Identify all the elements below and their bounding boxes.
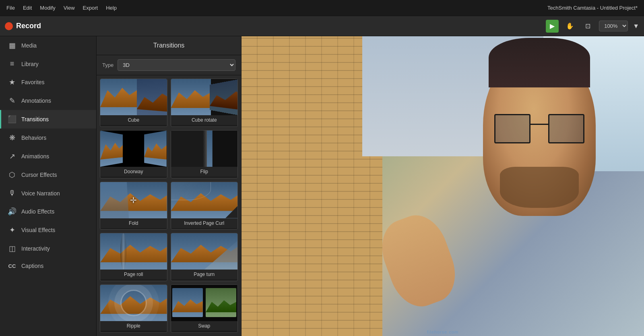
sidebar-label-behaviors: Behaviors — [21, 135, 46, 141]
transition-doorway[interactable]: Doorway — [100, 130, 167, 178]
transition-page-turn[interactable]: Page turn — [171, 233, 238, 281]
transition-cube-thumb — [100, 79, 167, 115]
annotations-icon: ✎ — [8, 96, 17, 105]
type-filter-select[interactable]: 3D 2D All — [118, 59, 235, 71]
sidebar-item-interactivity[interactable]: ◫ Interactivity — [0, 239, 96, 258]
transition-cube-rotate[interactable]: Cube rotate — [171, 79, 238, 127]
preview-video: o—o — [242, 36, 644, 336]
panel-title: Transitions — [97, 36, 241, 55]
person-face — [483, 51, 596, 216]
transition-fold-thumb: ✛ — [100, 182, 167, 218]
sidebar-item-animations[interactable]: ↗ Animations — [0, 147, 96, 166]
toolbar: Record ▶ ✋ ⊡ 100% ▼ — [0, 16, 644, 36]
zoom-dropdown-icon: ▼ — [633, 23, 639, 30]
transition-doorway-label: Doorway — [100, 167, 167, 176]
transition-ripple-thumb — [100, 285, 167, 321]
transitions-panel: Transitions Type 3D 2D All Cube — [97, 36, 242, 336]
cube-left — [100, 79, 137, 115]
crop-tool-button[interactable]: ⊡ — [581, 20, 594, 33]
captions-icon: CC — [8, 263, 17, 269]
sidebar-label-favorites: Favorites — [21, 79, 45, 85]
menu-export[interactable]: Export — [83, 5, 98, 11]
voice-narration-icon: 🎙 — [8, 189, 17, 197]
cursor-effects-icon: ⬡ — [8, 170, 17, 179]
sidebar-label-annotations: Annotations — [21, 97, 51, 104]
transition-doorway-thumb — [100, 131, 167, 167]
titlebar: File Edit Modify View Export Help TechSm… — [0, 0, 644, 16]
sidebar-item-voice-narration[interactable]: 🎙 Voice Narration — [0, 184, 96, 202]
sidebar-item-captions[interactable]: CC Captions — [0, 258, 96, 274]
transition-flip-thumb — [171, 131, 238, 167]
transition-page-roll[interactable]: Page roll — [100, 233, 167, 281]
record-button[interactable]: Record — [5, 22, 41, 30]
sidebar-item-transitions[interactable]: ⬛ Transitions — [0, 110, 96, 129]
main-content: ▦ Media ≡ Library ★ Favorites ✎ Annotati… — [0, 36, 644, 336]
preview-area: o—o filehorse.com — [242, 36, 644, 336]
transition-fold[interactable]: ✛ Fold — [100, 182, 167, 230]
transition-cube-label: Cube — [100, 115, 167, 125]
cube-right — [137, 79, 167, 115]
sidebar-label-captions: Captions — [21, 263, 43, 269]
panel-filter: Type 3D 2D All — [97, 55, 241, 75]
transition-cube-rotate-thumb — [171, 79, 238, 115]
transitions-grid: Cube Cube rotate — [97, 75, 241, 336]
sidebar-label-media: Media — [21, 42, 37, 49]
menu-view[interactable]: View — [64, 5, 75, 11]
window-title: TechSmith Camtasia - Untitled Project* — [547, 5, 638, 11]
glasses-bridge — [530, 124, 549, 125]
transition-page-roll-thumb — [100, 233, 167, 270]
beard — [500, 167, 579, 208]
animations-icon: ↗ — [8, 152, 17, 161]
person-arm — [373, 208, 464, 314]
sidebar-item-annotations[interactable]: ✎ Annotations — [0, 91, 96, 110]
transition-ripple[interactable]: Ripple — [100, 284, 167, 333]
filter-label: Type — [102, 62, 114, 68]
sidebar-label-cursor-effects: Cursor Effects — [21, 172, 57, 178]
watermark: filehorse.com — [427, 330, 458, 334]
record-dot-icon — [5, 22, 13, 30]
transition-cube-rotate-label: Cube rotate — [171, 115, 238, 125]
select-tool-button[interactable]: ▶ — [546, 20, 559, 33]
transition-inverted-page-curl-label: Inverted Page Curl — [171, 218, 238, 228]
visual-effects-icon: ✦ — [8, 226, 17, 234]
person-body — [467, 201, 628, 336]
sidebar: ▦ Media ≡ Library ★ Favorites ✎ Annotati… — [0, 36, 97, 336]
transition-ripple-label: Ripple — [100, 321, 167, 331]
drag-cursor-icon: ✛ — [130, 195, 137, 205]
sidebar-label-library: Library — [21, 61, 39, 67]
sidebar-label-voice-narration: Voice Narration — [21, 190, 60, 197]
menu-edit[interactable]: Edit — [23, 5, 32, 11]
transition-flip-label: Flip — [171, 167, 238, 176]
sidebar-label-visual-effects: Visual Effects — [21, 227, 55, 233]
sidebar-item-favorites[interactable]: ★ Favorites — [0, 73, 96, 91]
transition-page-turn-label: Page turn — [171, 270, 238, 279]
menu-bar: File Edit Modify View Export Help — [6, 5, 117, 11]
behaviors-icon: ❋ — [8, 133, 17, 142]
glasses-right — [548, 114, 584, 144]
sidebar-item-library[interactable]: ≡ Library — [0, 55, 96, 73]
glasses-left — [494, 114, 530, 144]
sidebar-item-cursor-effects[interactable]: ⬡ Cursor Effects — [0, 166, 96, 184]
sidebar-item-audio-effects[interactable]: 🔊 Audio Effects — [0, 202, 96, 221]
sidebar-item-media[interactable]: ▦ Media — [0, 36, 96, 55]
record-label: Record — [16, 22, 41, 30]
person-area — [322, 36, 644, 336]
hair — [489, 38, 590, 87]
menu-modify[interactable]: Modify — [40, 5, 55, 11]
transition-swap-thumb — [171, 285, 238, 321]
transition-flip[interactable]: Flip — [171, 130, 238, 178]
transition-cube[interactable]: Cube — [100, 79, 167, 127]
transition-fold-label: Fold — [100, 218, 167, 228]
transition-swap-label: Swap — [171, 321, 238, 331]
transition-inverted-page-curl[interactable]: Inverted Page Curl — [171, 182, 238, 230]
menu-help[interactable]: Help — [106, 5, 117, 11]
zoom-select[interactable]: 100% — [599, 21, 628, 31]
transition-swap[interactable]: Swap — [171, 284, 238, 333]
sidebar-item-visual-effects[interactable]: ✦ Visual Effects — [0, 221, 96, 239]
menu-file[interactable]: File — [6, 5, 15, 11]
interactivity-icon: ◫ — [8, 244, 17, 253]
transition-page-turn-thumb — [171, 233, 238, 270]
hand-tool-button[interactable]: ✋ — [564, 20, 576, 33]
sidebar-item-behaviors[interactable]: ❋ Behaviors — [0, 129, 96, 147]
transition-page-roll-label: Page roll — [100, 270, 167, 279]
